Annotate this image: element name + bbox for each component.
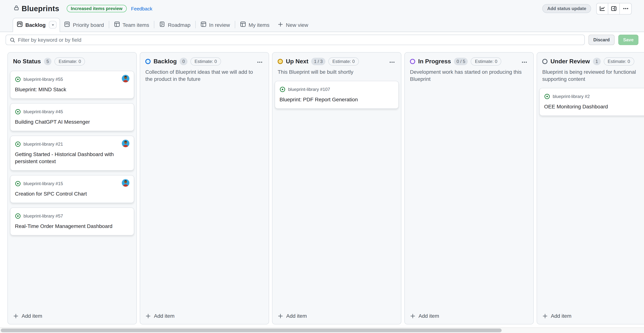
card-list — [140, 83, 269, 90]
tab-label: Team items — [122, 22, 149, 28]
card-list — [405, 83, 533, 90]
project-board-icon — [17, 21, 23, 28]
column-header: Up Next 1 / 3 Estimate: 0 — [272, 52, 401, 66]
board-column-in-progress: In Progress 0 / 5 Estimate: 0 Developmen… — [404, 52, 534, 325]
add-status-update-button[interactable]: Add status update — [542, 4, 591, 13]
issue-card[interactable]: blueprint-library #45 Building ChatGPT A… — [10, 103, 134, 131]
tab-team-items[interactable]: Team items — [110, 18, 153, 32]
estimate-badge: Estimate: 0 — [471, 57, 502, 65]
column-title: Backlog — [154, 58, 177, 65]
status-dot — [145, 59, 150, 64]
issue-title: Creation for SPC Control Chart — [15, 190, 129, 197]
tab-separator — [154, 21, 154, 28]
issue-title: Building ChatGPT AI Messenger — [15, 118, 129, 125]
filter-input[interactable] — [18, 37, 581, 43]
chevron-down-icon[interactable] — [49, 21, 57, 29]
tab-backlog[interactable]: Backlog — [13, 18, 60, 32]
board-column-backlog: Backlog 0 Estimate: 0 Collection of Blue… — [140, 52, 269, 325]
estimate-badge: Estimate: 0 — [190, 57, 221, 65]
issue-repo-ref: blueprint-library #15 — [24, 181, 63, 186]
horizontal-scrollbar — [0, 328, 644, 333]
column-menu-icon[interactable] — [255, 58, 264, 68]
card-list: blueprint-library #107 Blueprint: PDF Re… — [272, 76, 401, 111]
tab-label: My items — [248, 22, 270, 28]
issue-card[interactable]: blueprint-library #21 Getting Started - … — [10, 136, 134, 171]
issue-card[interactable]: blueprint-library #2 OEE Monitoring Dash… — [539, 88, 644, 116]
column-menu-icon[interactable] — [388, 58, 396, 68]
status-dot — [410, 59, 415, 64]
tab-label: Roadmap — [168, 22, 190, 28]
issue-open-icon — [15, 181, 21, 187]
issue-open-icon — [15, 109, 21, 115]
add-item-button[interactable]: Add item — [537, 309, 644, 324]
status-dot — [278, 59, 283, 64]
column-header: In Progress 0 / 5 Estimate: 0 — [405, 52, 533, 66]
column-description: Blueprint is being reviewed for function… — [537, 66, 644, 83]
column-menu-icon[interactable] — [520, 58, 529, 68]
column-description: This Blueprint will be built shortly — [272, 66, 401, 76]
issue-title: OEE Monitoring Dashboard — [544, 103, 644, 110]
issue-open-icon — [15, 76, 21, 82]
add-item-button[interactable]: Add item — [140, 309, 269, 324]
column-header: Under Review 1 Estimate: 0 — [537, 52, 644, 66]
issue-card[interactable]: blueprint-library #55 Blueprint: MIND St… — [10, 71, 134, 99]
discard-button[interactable]: Discard — [588, 35, 614, 45]
board-column-up-next: Up Next 1 / 3 Estimate: 0 This Blueprint… — [272, 52, 402, 325]
new-view-button[interactable]: New view — [274, 18, 312, 32]
estimate-badge: Estimate: 0 — [328, 57, 359, 65]
column-description: Development work has started on producin… — [405, 66, 533, 83]
column-description: Collection of Blueprint ideas that we wi… — [140, 66, 269, 83]
kebab-menu-icon[interactable] — [620, 3, 631, 14]
plus-icon — [278, 313, 283, 319]
feedback-link[interactable]: Feedback — [131, 6, 152, 11]
scrollbar-thumb[interactable] — [1, 329, 502, 332]
plus-icon — [13, 313, 19, 319]
plus-icon — [278, 21, 283, 28]
add-item-button[interactable]: Add item — [272, 309, 401, 324]
tab-label: New view — [286, 22, 308, 28]
issue-card[interactable]: blueprint-library #15 Creation for SPC C… — [10, 175, 134, 203]
tab-separator — [235, 21, 235, 28]
avatar — [122, 140, 129, 147]
tab-label: Priority board — [73, 22, 104, 28]
save-button[interactable]: Save — [618, 35, 638, 45]
column-title: Up Next — [286, 58, 308, 65]
issue-repo-ref: blueprint-library #57 — [24, 213, 63, 219]
column-title: No Status — [13, 58, 41, 65]
project-board-icon — [64, 21, 70, 28]
page-title: Blueprints — [22, 4, 59, 13]
side-panel-icon[interactable] — [608, 3, 620, 14]
issue-title: Real-Time Order Management Dashboard — [15, 223, 129, 230]
kanban-board: No Status 5 Estimate: 0 blueprint-librar… — [0, 47, 644, 325]
column-count-badge: 1 — [593, 58, 600, 65]
tab-priority-board[interactable]: Priority board — [60, 18, 108, 32]
issue-title: Blueprint: PDF Report Generation — [280, 96, 394, 103]
table-icon — [114, 21, 120, 28]
issue-repo-ref: blueprint-library #2 — [553, 94, 590, 99]
issue-repo-ref: blueprint-library #107 — [288, 87, 330, 92]
view-tabs: Backlog Priority board Team items — [0, 17, 644, 32]
tab-my-items[interactable]: My items — [236, 18, 274, 32]
issue-card[interactable]: blueprint-library #107 Blueprint: PDF Re… — [275, 81, 399, 109]
issue-open-icon — [280, 86, 286, 92]
issue-repo-ref: blueprint-library #55 — [24, 77, 63, 82]
tab-roadmap[interactable]: Roadmap — [155, 18, 194, 32]
add-item-button[interactable]: Add item — [8, 309, 136, 324]
tab-in-review[interactable]: In review — [196, 18, 234, 32]
table-icon — [240, 21, 246, 28]
plus-icon — [410, 313, 416, 319]
column-header: Backlog 0 Estimate: 0 — [140, 52, 269, 66]
roadmap-icon — [159, 21, 165, 28]
insights-chart-icon[interactable] — [597, 3, 608, 14]
header-actions: Add status update — [542, 3, 632, 14]
status-dot — [542, 59, 548, 64]
add-item-button[interactable]: Add item — [405, 309, 533, 324]
table-icon — [200, 21, 206, 28]
column-count-badge: 0 — [180, 58, 188, 65]
tab-label: Backlog — [25, 22, 46, 28]
issue-repo-ref: blueprint-library #45 — [24, 109, 63, 114]
column-title: In Progress — [418, 58, 451, 65]
plus-icon — [145, 313, 151, 319]
issue-card[interactable]: blueprint-library #57 Real-Time Order Ma… — [10, 208, 134, 235]
card-list: blueprint-library #55 Blueprint: MIND St… — [8, 66, 136, 238]
